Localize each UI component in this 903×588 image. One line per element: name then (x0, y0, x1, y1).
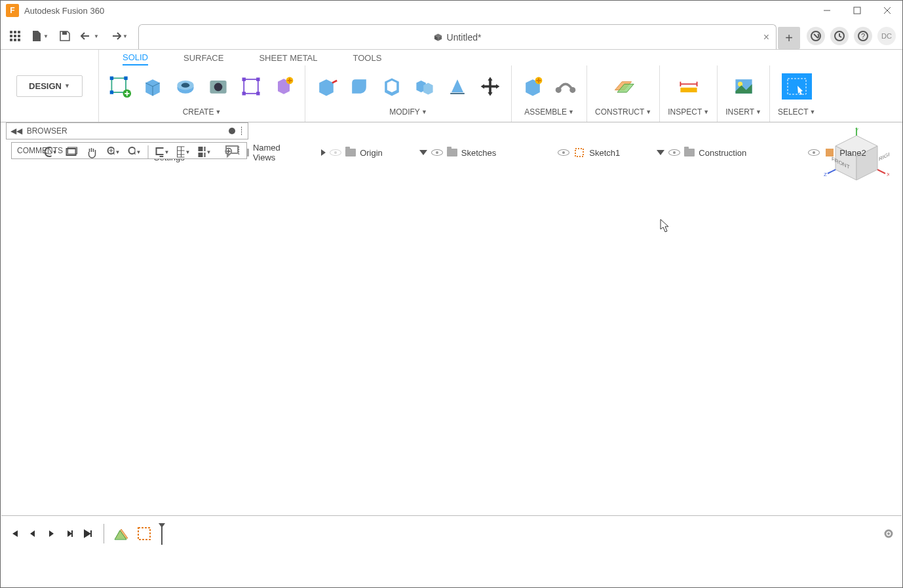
expand-icon[interactable] (657, 150, 664, 155)
new-tab-button[interactable]: + (778, 27, 800, 49)
folder-icon (684, 149, 695, 156)
timeline-settings-button[interactable] (882, 527, 895, 540)
pan-tool[interactable] (85, 145, 100, 159)
document-tab[interactable]: Untitled* × (138, 24, 777, 49)
svg-rect-6 (18, 31, 20, 33)
browser-panel-header[interactable]: ◀◀ BROWSER ┊ (6, 122, 248, 139)
svg-rect-32 (242, 92, 246, 95)
quick-access-row: ▼ ▼ ▼ Untitled* × + ? DC (1, 20, 902, 49)
collapse-icon[interactable]: ◀◀ (10, 126, 22, 136)
tree-item-construction[interactable]: Construction (624, 143, 746, 162)
workspace-switcher[interactable]: DESIGN▼ (16, 75, 83, 97)
timeline-end-button[interactable] (81, 527, 94, 540)
expand-icon[interactable] (419, 150, 427, 155)
tree-item-sketches[interactable]: Sketches (387, 143, 496, 162)
insert-tool[interactable] (731, 73, 757, 100)
move-tool[interactable] (477, 73, 503, 100)
tree-item-sketch1[interactable]: Sketch1 (500, 143, 620, 162)
svg-rect-29 (244, 79, 258, 94)
svg-line-61 (114, 153, 115, 156)
svg-rect-7 (10, 35, 12, 37)
app-icon: F (6, 4, 19, 17)
press-pull-tool[interactable] (313, 73, 339, 100)
redo-button[interactable]: ▼ (106, 27, 132, 45)
hole-tool[interactable] (205, 73, 231, 100)
file-menu-button[interactable]: ▼ (27, 27, 53, 45)
fillet-tool[interactable] (346, 73, 372, 100)
ribbon: DESIGN▼ SOLID SURFACE SHEET METAL TOOLS … (1, 49, 902, 122)
form-tool[interactable] (238, 73, 264, 100)
tab-tools[interactable]: TOOLS (353, 50, 382, 65)
svg-point-57 (45, 147, 52, 156)
tree-item-label: Sketches (461, 148, 496, 158)
visibility-icon[interactable] (330, 149, 341, 156)
tab-surface[interactable]: SURFACE (183, 50, 223, 65)
display-settings-tool[interactable]: ▼ (155, 145, 170, 159)
orbit-tool[interactable]: ▼ (43, 145, 58, 159)
timeline-step-back-button[interactable] (26, 527, 39, 540)
svg-rect-69 (199, 153, 203, 157)
timeline-feature-sketch[interactable] (113, 525, 130, 542)
browser-panel: ◀◀ BROWSER ┊ (Unsaved) Document Settings… (6, 122, 248, 162)
feedback-icon[interactable] (225, 145, 239, 158)
joint-tool[interactable] (552, 73, 579, 100)
svg-rect-71 (138, 528, 150, 540)
create-sketch-tool[interactable] (107, 73, 133, 100)
timeline-play-button[interactable] (45, 527, 58, 540)
svg-rect-31 (256, 78, 259, 81)
timeline-step-fwd-button[interactable] (63, 527, 76, 540)
zoom-tool[interactable]: ▼ (106, 145, 121, 159)
svg-rect-4 (10, 31, 12, 33)
derive-tool[interactable] (271, 73, 297, 100)
timeline-start-button[interactable] (8, 527, 21, 540)
grid-settings-tool[interactable]: ▼ (176, 145, 191, 159)
tree-item-origin[interactable]: Origin (288, 143, 383, 162)
close-tab-button[interactable]: × (763, 31, 769, 43)
svg-point-26 (182, 83, 190, 88)
panel-dot-icon[interactable] (229, 128, 235, 134)
shell-tool[interactable] (379, 73, 405, 100)
save-button[interactable] (56, 27, 74, 45)
tab-solid[interactable]: SOLID (123, 50, 148, 65)
svg-point-74 (887, 532, 890, 535)
folder-icon (345, 149, 356, 156)
visibility-icon[interactable] (558, 149, 569, 156)
timeline-feature-plane[interactable] (136, 525, 153, 542)
select-tool[interactable] (782, 73, 812, 100)
plane-icon (824, 147, 836, 158)
tree-item-plane2[interactable]: Plane2 (750, 143, 866, 162)
timeline (1, 515, 902, 551)
draft-tool[interactable] (444, 73, 471, 100)
combine-tool[interactable] (412, 73, 438, 100)
new-component-tool[interactable] (520, 73, 546, 100)
close-button[interactable] (872, 1, 902, 20)
revolve-tool[interactable] (172, 73, 199, 100)
data-panel-button[interactable] (6, 27, 24, 45)
user-avatar[interactable]: DC (877, 27, 896, 45)
maximize-button[interactable] (842, 1, 872, 20)
minimize-button[interactable] (812, 1, 842, 20)
visibility-icon[interactable] (808, 149, 820, 156)
construct-plane-tool[interactable] (610, 73, 636, 100)
help-button[interactable]: ? (854, 27, 872, 45)
visibility-icon[interactable] (668, 149, 680, 156)
tab-sheet-metal[interactable]: SHEET METAL (259, 50, 317, 65)
cursor-icon (660, 219, 672, 233)
extensions-button[interactable] (807, 27, 825, 45)
visibility-icon[interactable] (431, 149, 443, 156)
job-status-button[interactable] (830, 27, 849, 45)
fit-tool[interactable]: ▼ (127, 145, 142, 159)
measure-tool[interactable] (676, 73, 702, 100)
panel-grip-icon[interactable]: ┊ (239, 126, 244, 136)
extrude-tool[interactable] (140, 73, 166, 100)
svg-text:X: X (887, 172, 889, 177)
viewport-layout-tool[interactable]: ▼ (197, 145, 212, 159)
workspace: FRONT RIGHT X Y Z ◀◀ BROWSER ┊ (Unsaved) (1, 122, 902, 551)
timeline-marker[interactable] (158, 523, 166, 545)
expand-icon[interactable] (321, 149, 326, 156)
title-bar: F Autodesk Fusion 360 (1, 1, 902, 20)
undo-button[interactable]: ▼ (77, 27, 103, 45)
svg-rect-38 (680, 88, 697, 92)
sketch-icon (573, 147, 585, 158)
look-at-tool[interactable] (64, 145, 79, 159)
